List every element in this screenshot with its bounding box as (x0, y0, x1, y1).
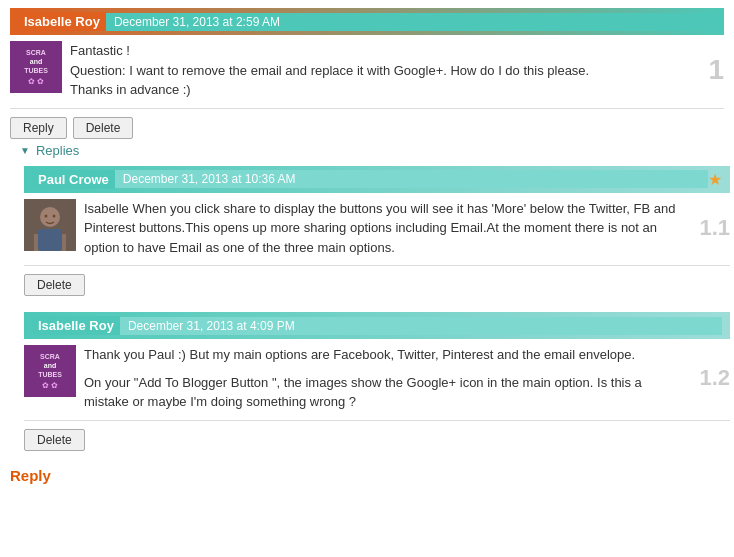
avatar-paul (24, 199, 76, 251)
reply-2-header: Isabelle Roy December 31, 2013 at 4:09 P… (24, 312, 730, 339)
reply-1-text: Isabelle When you click share to display… (84, 199, 680, 258)
svg-point-5 (45, 214, 48, 217)
svg-rect-4 (38, 229, 62, 251)
delete-button-1[interactable]: Delete (73, 117, 134, 139)
comment-1-actions: Reply Delete (10, 117, 724, 139)
comment-1-timestamp: December 31, 2013 at 2:59 AM (106, 13, 716, 31)
paul-avatar-img (24, 199, 76, 251)
reply-2-text2: On your "Add To Blogger Button ", the im… (84, 373, 680, 412)
reply-1-actions: Delete (24, 274, 730, 296)
reply-button-1[interactable]: Reply (10, 117, 67, 139)
divider-reply-2 (24, 420, 730, 421)
avatar-isabelle-1: SCRA and TUBES ✿ ✿ (10, 41, 62, 93)
divider-1 (10, 108, 724, 109)
reply-2-author: Isabelle Roy (32, 316, 120, 335)
triangle-icon: ▼ (20, 145, 30, 156)
comment-1-number: 1 (684, 54, 724, 86)
reply-2-timestamp: December 31, 2013 at 4:09 PM (120, 317, 722, 335)
delete-button-reply-2[interactable]: Delete (24, 429, 85, 451)
reply-1-header: Paul Crowe December 31, 2013 at 10:36 AM… (24, 166, 730, 193)
svg-point-6 (53, 214, 56, 217)
reply-1-number: 1.1 (690, 215, 730, 241)
avatar-isabelle-2: SCRA and TUBES ✿ ✿ (24, 345, 76, 397)
reply-1-author: Paul Crowe (32, 170, 115, 189)
reply-1-timestamp: December 31, 2013 at 10:36 AM (115, 170, 708, 188)
reply-2-actions: Delete (24, 429, 730, 451)
comment-1: Isabelle Roy December 31, 2013 at 2:59 A… (0, 0, 734, 139)
replies-label: Replies (36, 143, 79, 158)
divider-reply-1 (24, 265, 730, 266)
replies-section: ▼ Replies Paul Crowe December 31, 2013 a… (20, 143, 734, 451)
bottom-reply-link[interactable]: Reply (10, 467, 51, 484)
star-icon: ★ (708, 170, 722, 189)
bottom-reply-section: Reply (0, 467, 734, 494)
replies-toggle[interactable]: ▼ Replies (20, 143, 734, 158)
reply-2: Isabelle Roy December 31, 2013 at 4:09 P… (20, 312, 734, 451)
delete-button-reply-1[interactable]: Delete (24, 274, 85, 296)
reply-1: Paul Crowe December 31, 2013 at 10:36 AM… (20, 166, 734, 297)
reply-2-text1: Thank you Paul :) But my main options ar… (84, 345, 680, 365)
comment-1-header: Isabelle Roy December 31, 2013 at 2:59 A… (10, 8, 724, 35)
comment-1-author: Isabelle Roy (18, 12, 106, 31)
comment-1-text: Fantastic ! Question: I want to remove t… (70, 41, 674, 100)
reply-2-number: 1.2 (690, 365, 730, 391)
